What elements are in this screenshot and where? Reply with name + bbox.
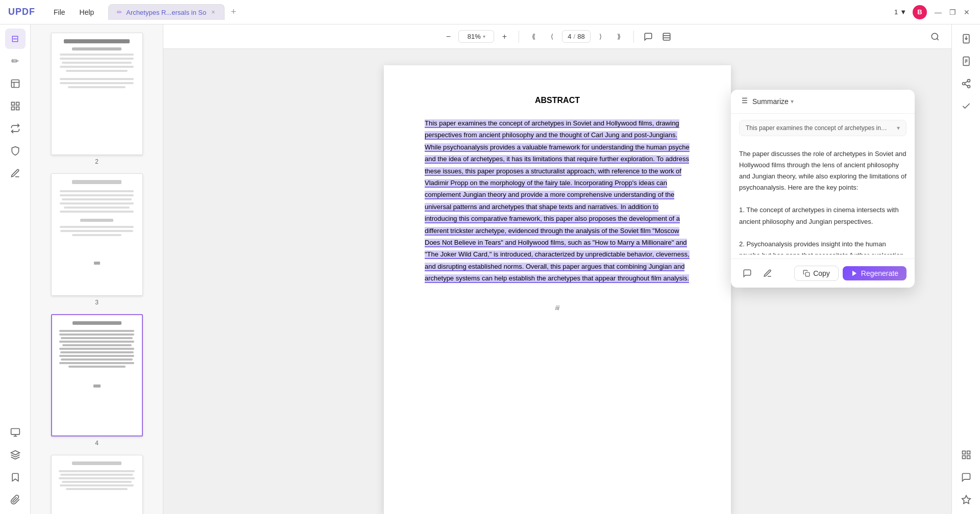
close-button[interactable]: ✕ (962, 7, 972, 17)
right-icon-import[interactable] (956, 51, 976, 71)
thumbnail-img-5 (51, 455, 143, 514)
menu-bar: File Help (43, 6, 104, 18)
view-controls (640, 29, 675, 45)
svg-rect-3 (11, 102, 14, 106)
ai-panel-footer: Copy Regenerate (731, 259, 915, 288)
thumbnail-img-3 (51, 173, 143, 296)
copy-icon (803, 270, 810, 277)
sidebar-icon-protect[interactable] (5, 141, 26, 161)
ai-result-point-1: 1. The concept of archetypes in cinema i… (739, 204, 906, 227)
highlighted-text: This paper examines the concept of arche… (425, 119, 690, 283)
ai-result-content: The paper discusses the role of archetyp… (731, 142, 915, 254)
minimize-button[interactable]: — (933, 7, 943, 17)
new-tab-button[interactable]: + (227, 5, 240, 19)
svg-rect-35 (962, 456, 965, 459)
svg-rect-20 (805, 272, 810, 276)
left-sidebar: ⊟ ✏ (0, 24, 31, 514)
svg-line-31 (965, 84, 968, 86)
thumbnail-page-4[interactable]: 4 (35, 314, 159, 447)
svg-rect-6 (16, 107, 19, 110)
tab-bar: ✏ Archetypes R...ersals in So × + (108, 4, 240, 20)
page-text-block: This paper examines the concept of arche… (425, 117, 690, 284)
svg-marker-8 (11, 451, 19, 455)
window-controls: — ❐ ✕ (933, 7, 972, 17)
nav-next-button[interactable]: ⟩ (593, 29, 609, 45)
sidebar-icon-layers[interactable] (5, 445, 26, 465)
svg-rect-34 (967, 451, 970, 454)
ai-selected-text-box[interactable]: This paper examines the concept of arche… (739, 120, 906, 136)
regenerate-icon (851, 270, 858, 277)
maximize-button[interactable]: ❐ (947, 7, 958, 17)
layout-view-button[interactable] (658, 29, 675, 45)
app-logo: UPDF (0, 7, 43, 17)
page-number: iii (425, 304, 690, 312)
ai-edit-button[interactable] (760, 265, 776, 281)
active-tab[interactable]: ✏ Archetypes R...ersals in So × (108, 4, 225, 20)
ai-panel: Summarize ▾ This paper examines the conc… (731, 90, 915, 288)
svg-marker-21 (852, 271, 856, 276)
page-content[interactable]: ABSTRACT This paper examines the concept… (163, 49, 951, 514)
sidebar-icon-convert[interactable] (5, 118, 26, 139)
right-icon-share[interactable] (956, 73, 976, 94)
right-icon-chat[interactable] (956, 467, 976, 487)
thumbnail-img-2 (51, 33, 143, 155)
tab-close-button[interactable]: × (210, 8, 216, 17)
svg-rect-7 (11, 429, 19, 435)
main-layout: ⊟ ✏ (0, 24, 980, 514)
svg-point-12 (932, 33, 938, 39)
svg-line-13 (937, 38, 938, 40)
sidebar-icon-organize[interactable] (5, 96, 26, 116)
ai-result-point-2: 2. Psychoanalysis provides insight into … (739, 239, 906, 254)
right-icon-grid[interactable] (956, 445, 976, 465)
search-button[interactable] (927, 29, 943, 45)
page-selector[interactable]: 1 ▼ (894, 8, 906, 16)
title-bar-right: 1 ▼ B — ❐ ✕ (894, 5, 980, 19)
sidebar-icon-annotate[interactable] (5, 73, 26, 94)
thumbnail-panel: 2 3 (31, 24, 163, 514)
file-menu[interactable]: File (47, 6, 71, 18)
svg-rect-0 (11, 80, 19, 88)
sidebar-icon-bookmark[interactable] (5, 467, 26, 487)
thumbnail-num-4: 4 (95, 440, 99, 447)
svg-rect-9 (663, 33, 670, 40)
sidebar-icon-sign[interactable] (5, 163, 26, 184)
user-avatar[interactable]: B (913, 5, 927, 19)
ai-result-paragraph: The paper discusses the role of archetyp… (739, 148, 906, 193)
ai-header-icon (739, 96, 748, 107)
right-icon-stars[interactable] (956, 490, 976, 510)
thumbnail-img-4 (51, 314, 143, 436)
thumbnail-page-5[interactable]: 5 (35, 455, 159, 514)
help-menu[interactable]: Help (74, 6, 101, 18)
zoom-display[interactable]: 81% ▾ (458, 30, 494, 43)
ai-selected-text-preview: This paper examines the concept of arche… (746, 124, 889, 132)
comment-view-button[interactable] (640, 29, 656, 45)
ai-feedback-button[interactable] (739, 265, 755, 281)
thumbnail-num-2: 2 (95, 158, 99, 165)
thumbnail-page-2[interactable]: 2 (35, 33, 159, 165)
svg-marker-37 (962, 496, 970, 504)
sidebar-icon-edit[interactable]: ✏ (5, 51, 26, 71)
sidebar-icon-pages[interactable]: ⊟ (5, 29, 26, 49)
ai-mode-label: Summarize (752, 97, 789, 106)
zoom-out-button[interactable]: − (440, 29, 456, 45)
nav-last-button[interactable]: ⟫ (611, 29, 627, 45)
svg-point-28 (967, 80, 970, 82)
sidebar-icon-attachment[interactable] (5, 490, 26, 510)
page-indicator[interactable]: 4 / 88 (562, 30, 590, 43)
sidebar-icon-compress[interactable] (5, 422, 26, 443)
nav-prev-button[interactable]: ⟨ (544, 29, 560, 45)
zoom-in-button[interactable]: + (496, 29, 512, 45)
abstract-title: ABSTRACT (425, 96, 690, 105)
nav-first-button[interactable]: ⟪ (525, 29, 542, 45)
zoom-controls: − 81% ▾ + (440, 29, 512, 45)
ai-regenerate-button[interactable]: Regenerate (843, 266, 906, 280)
tab-doc-icon: ✏ (117, 9, 122, 16)
thumbnail-page-3[interactable]: 3 (35, 173, 159, 306)
right-icon-export[interactable] (956, 29, 976, 49)
svg-rect-5 (11, 107, 14, 110)
zoom-dropdown-arrow: ▾ (483, 34, 485, 39)
toolbar: − 81% ▾ + ⟪ ⟨ 4 / 88 ⟩ ⟫ (163, 24, 951, 49)
ai-mode-dropdown[interactable]: Summarize ▾ (752, 97, 906, 106)
ai-copy-button[interactable]: Copy (794, 266, 839, 281)
right-icon-check[interactable] (956, 96, 976, 116)
